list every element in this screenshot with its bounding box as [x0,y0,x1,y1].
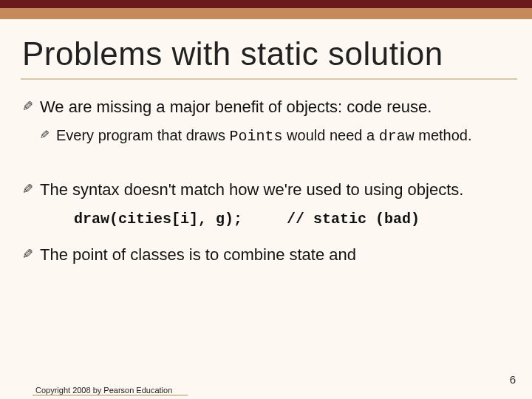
footer-underline [33,395,188,396]
sub-bullet: Every program that draws Points would ne… [22,126,525,146]
bullet: We are missing a major benefit of object… [22,96,525,118]
slide-title: Problems with static solution [22,35,517,72]
copyright-footer: Copyright 2008 by Pearson Education [35,386,172,395]
page-number: 6 [510,373,516,386]
decorative-top-border [0,0,532,15]
slide-content: We are missing a major benefit of object… [22,96,525,273]
bullet: The point of classes is to combine state… [22,244,525,266]
title-underline [21,78,517,80]
slide: Problems with static solution We are mis… [0,0,532,399]
code-snippet: draw(cities[i], g); // static (bad) [74,211,525,228]
bullet: The syntax doesn't match how we're used … [22,179,525,201]
